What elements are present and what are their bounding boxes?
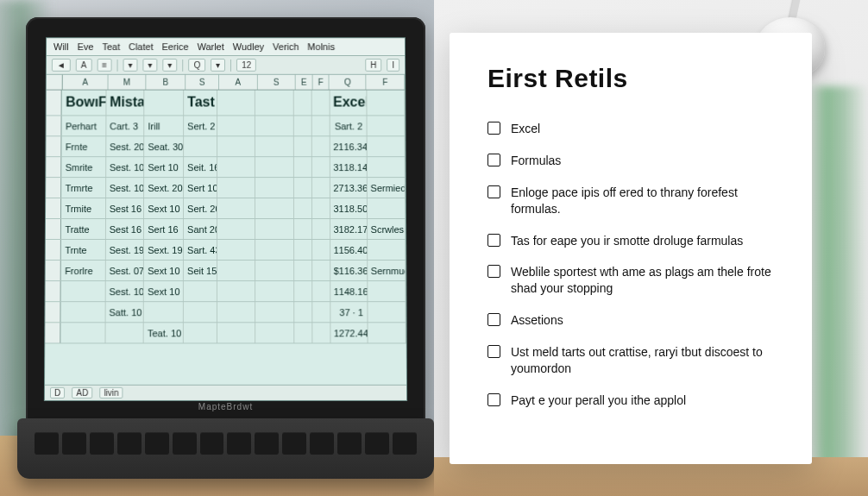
cell[interactable] [294, 178, 312, 198]
cell[interactable] [368, 302, 406, 322]
cell[interactable]: 3118.14 [330, 157, 367, 177]
cell[interactable] [368, 240, 406, 260]
cell[interactable]: Sart. 2 [330, 116, 367, 135]
cell[interactable]: Sert 10 [184, 178, 217, 198]
font-a-button[interactable]: A [76, 59, 92, 72]
cell[interactable] [255, 261, 294, 280]
checkbox[interactable] [487, 265, 500, 278]
cell[interactable] [217, 240, 256, 260]
menu-item[interactable]: Warlet [198, 41, 224, 52]
dropdown-button[interactable]: ▾ [143, 59, 158, 72]
status-item[interactable]: livin [99, 387, 123, 399]
status-item[interactable]: D [50, 387, 65, 399]
cell[interactable] [217, 323, 256, 342]
cell[interactable]: Sermied [367, 178, 406, 198]
search-button[interactable]: Q [189, 59, 206, 72]
cell[interactable]: 2713.36 [330, 178, 367, 198]
cell[interactable] [61, 302, 106, 322]
cell[interactable]: Smrite [62, 157, 106, 177]
cell[interactable] [255, 136, 293, 156]
dropdown-button[interactable]: ▾ [123, 59, 138, 72]
cell[interactable]: 1156.40 [330, 240, 368, 260]
column-header[interactable]: A [63, 75, 108, 90]
cell[interactable] [294, 302, 312, 322]
cell[interactable]: Sest. 20 [106, 136, 144, 156]
cell[interactable]: Sest 16 [106, 198, 145, 218]
status-item[interactable]: AD [72, 387, 92, 399]
cell[interactable] [312, 157, 330, 177]
cell[interactable] [294, 323, 312, 342]
cell[interactable]: Irill [144, 116, 184, 135]
checkbox[interactable] [487, 234, 500, 247]
cell[interactable] [294, 240, 312, 260]
row-header[interactable] [46, 261, 62, 280]
menu-item[interactable]: Teat [102, 41, 120, 52]
cell[interactable]: Sest. 10 [105, 281, 144, 301]
cell[interactable]: Teat. 10 [144, 323, 184, 342]
cell[interactable] [312, 219, 330, 239]
menu-item[interactable]: Eerice [162, 41, 189, 52]
title-cell[interactable]: Excel [330, 91, 367, 116]
cell[interactable]: Seit 15 [184, 261, 217, 280]
cell[interactable]: Trmite [61, 198, 105, 218]
cell[interactable]: 1272.44 [330, 323, 368, 342]
cell[interactable] [184, 302, 217, 322]
title-cell[interactable]: Tast [184, 91, 217, 116]
cell[interactable]: Sert 10 [144, 157, 184, 177]
row-header[interactable] [46, 116, 61, 135]
cell[interactable]: Sest. 19 [106, 240, 145, 260]
cell[interactable] [312, 240, 330, 260]
column-header[interactable]: Q [330, 75, 367, 90]
cell[interactable] [105, 323, 144, 342]
cell[interactable] [217, 116, 255, 135]
cell[interactable]: $116.36 [330, 261, 368, 280]
cell[interactable] [367, 198, 406, 218]
row-header[interactable] [45, 281, 61, 301]
zoom-value[interactable]: 12 [236, 59, 256, 72]
cell[interactable] [368, 323, 406, 342]
column-header[interactable]: A [219, 75, 257, 90]
cell[interactable]: 3182.17 [330, 219, 368, 239]
cell[interactable] [184, 323, 217, 342]
cell[interactable]: Sert. 2 [184, 116, 217, 135]
cell[interactable] [255, 198, 293, 218]
title-cell[interactable]: BowıFiet [62, 91, 106, 116]
cell[interactable] [294, 281, 312, 301]
cell[interactable]: Sest. 07 [106, 261, 145, 280]
cell[interactable] [217, 198, 255, 218]
column-header[interactable]: B [146, 75, 186, 90]
menu-item[interactable]: Molnis [307, 41, 335, 52]
cell[interactable]: Scrwles [368, 219, 406, 239]
cell[interactable] [367, 116, 405, 135]
cell[interactable] [294, 136, 312, 156]
checkbox[interactable] [487, 393, 500, 406]
row-header[interactable] [46, 157, 61, 177]
cell[interactable] [255, 157, 293, 177]
cell[interactable]: Sert 16 [144, 219, 184, 239]
checkbox[interactable] [487, 185, 500, 198]
cell[interactable] [311, 116, 330, 135]
dropdown-button[interactable]: ▾ [211, 59, 225, 72]
column-header[interactable]: S [186, 75, 219, 90]
cell[interactable] [184, 281, 217, 301]
cell[interactable] [61, 323, 106, 342]
cell[interactable] [217, 157, 255, 177]
cell[interactable]: Sart. 43 [184, 240, 217, 260]
select-all-corner[interactable] [47, 75, 63, 90]
col-I-button[interactable]: I [387, 59, 399, 72]
cell[interactable]: Sernmud [368, 261, 406, 280]
cell[interactable]: Sext. 20 [144, 178, 184, 198]
cell[interactable] [312, 178, 330, 198]
cell[interactable]: Sext 10 [144, 198, 184, 218]
cell[interactable]: 37 · 1 [330, 302, 368, 322]
cell[interactable] [256, 302, 295, 322]
cell[interactable]: Sest 16 [106, 219, 145, 239]
cell[interactable]: Sert. 20 [184, 198, 217, 218]
cell[interactable] [312, 281, 330, 301]
cell[interactable]: Trnte [61, 240, 106, 260]
row-header[interactable] [46, 198, 61, 218]
cell[interactable] [255, 281, 294, 301]
column-header[interactable]: F [312, 75, 329, 90]
cell[interactable]: Tratte [61, 219, 106, 239]
cell[interactable] [294, 219, 312, 239]
